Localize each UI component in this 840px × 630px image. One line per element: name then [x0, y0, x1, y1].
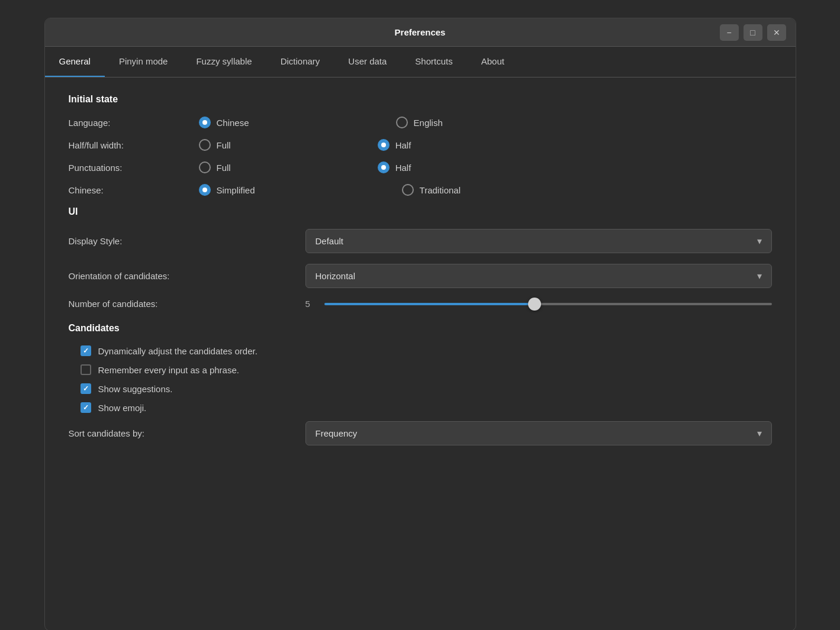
- num-candidates-slider-container: 5: [305, 299, 772, 309]
- halffull-options: Full Half: [199, 139, 772, 151]
- punctuations-options: Full Half: [199, 161, 772, 173]
- num-candidates-label: Number of candidates:: [69, 299, 305, 309]
- sort-by-dropdown[interactable]: Frequency ▾: [305, 421, 772, 445]
- checkbox-dynamic-order[interactable]: [81, 345, 91, 356]
- language-chinese-label: Chinese: [217, 118, 249, 128]
- punctuations-half-radio[interactable]: [378, 161, 390, 173]
- checkbox-row-3: Show emoji.: [81, 402, 772, 413]
- tab-about[interactable]: About: [467, 47, 519, 77]
- checkbox-row-1: Remember every input as a phrase.: [81, 364, 772, 375]
- maximize-button[interactable]: □: [744, 24, 762, 41]
- chinese-traditional-label: Traditional: [420, 185, 461, 195]
- sort-by-label: Sort candidates by:: [69, 428, 305, 438]
- display-style-row: Display Style: Default ▾: [69, 229, 772, 253]
- sort-by-value: Frequency: [316, 428, 358, 438]
- punctuations-full-label: Full: [217, 163, 231, 173]
- language-english-option[interactable]: English: [396, 117, 443, 128]
- chinese-row: Chinese: Simplified Traditional: [69, 184, 772, 196]
- content-area: Initial state Language: Chinese English: [45, 77, 796, 630]
- language-english-label: English: [414, 118, 443, 128]
- tab-pinyin[interactable]: Pinyin mode: [105, 47, 182, 77]
- orientation-value: Horizontal: [316, 271, 356, 281]
- halffull-label: Half/full width:: [69, 140, 199, 150]
- punctuations-label: Punctuations:: [69, 163, 199, 173]
- tab-userdata[interactable]: User data: [334, 47, 401, 77]
- preferences-window: Preferences − □ ✕ General Pinyin mode Fu…: [44, 18, 796, 630]
- orientation-arrow-icon: ▾: [757, 270, 762, 282]
- num-candidates-row: Number of candidates: 5: [69, 299, 772, 309]
- ui-section-title: UI: [69, 206, 772, 217]
- checkbox-remember-phrase[interactable]: [81, 364, 91, 375]
- chinese-simplified-label: Simplified: [217, 185, 255, 195]
- display-style-value: Default: [316, 236, 344, 246]
- punctuations-half-option[interactable]: Half: [378, 161, 411, 173]
- initial-state-section: Initial state Language: Chinese English: [69, 94, 772, 196]
- halffull-half-option[interactable]: Half: [378, 139, 411, 151]
- sort-by-arrow-icon: ▾: [757, 428, 762, 439]
- ui-section: UI Display Style: Default ▾ Orientation …: [69, 206, 772, 309]
- dropdown-arrow-icon: ▾: [757, 235, 762, 247]
- minimize-button[interactable]: −: [720, 24, 739, 41]
- titlebar-buttons: − □ ✕: [720, 24, 786, 41]
- language-english-radio[interactable]: [396, 117, 408, 128]
- tab-general[interactable]: General: [45, 47, 105, 77]
- tab-bar: General Pinyin mode Fuzzy syllable Dicti…: [45, 47, 796, 77]
- sort-by-row: Sort candidates by: Frequency ▾: [69, 421, 772, 445]
- close-button[interactable]: ✕: [767, 24, 786, 41]
- tab-shortcuts[interactable]: Shortcuts: [401, 47, 466, 77]
- display-style-label: Display Style:: [69, 236, 305, 246]
- chinese-simplified-radio[interactable]: [199, 184, 211, 196]
- checkbox-show-suggestions-label: Show suggestions.: [98, 384, 173, 394]
- orientation-row: Orientation of candidates: Horizontal ▾: [69, 264, 772, 288]
- orientation-label: Orientation of candidates:: [69, 271, 305, 281]
- chinese-simplified-option[interactable]: Simplified: [199, 184, 255, 196]
- chinese-options: Simplified Traditional: [199, 184, 772, 196]
- orientation-dropdown[interactable]: Horizontal ▾: [305, 264, 772, 288]
- checkbox-show-suggestions[interactable]: [81, 383, 91, 394]
- chinese-traditional-option[interactable]: Traditional: [402, 184, 461, 196]
- language-chinese-option[interactable]: Chinese: [199, 117, 249, 128]
- checkbox-row-2: Show suggestions.: [81, 383, 772, 394]
- tab-fuzzy[interactable]: Fuzzy syllable: [182, 47, 266, 77]
- titlebar: Preferences − □ ✕: [45, 18, 796, 47]
- language-row: Language: Chinese English: [69, 117, 772, 128]
- checkbox-row-0: Dynamically adjust the candidates order.: [81, 345, 772, 356]
- halffull-full-option[interactable]: Full: [199, 139, 231, 151]
- punctuations-row: Punctuations: Full Half: [69, 161, 772, 173]
- candidates-slider-thumb[interactable]: [528, 298, 541, 311]
- candidates-section: Candidates Dynamically adjust the candid…: [69, 323, 772, 445]
- halffull-full-radio[interactable]: [199, 139, 211, 151]
- halffull-half-radio[interactable]: [378, 139, 390, 151]
- halffull-half-label: Half: [395, 140, 411, 150]
- checkbox-dynamic-order-label: Dynamically adjust the candidates order.: [98, 346, 258, 356]
- punctuations-full-option[interactable]: Full: [199, 161, 231, 173]
- tab-dictionary[interactable]: Dictionary: [266, 47, 334, 77]
- initial-state-title: Initial state: [69, 94, 772, 105]
- halffull-row: Half/full width: Full Half: [69, 139, 772, 151]
- halffull-full-label: Full: [217, 140, 231, 150]
- candidates-slider-track[interactable]: [324, 303, 772, 305]
- num-candidates-value: 5: [305, 299, 315, 309]
- language-options: Chinese English: [199, 117, 772, 128]
- window-title: Preferences: [395, 27, 446, 37]
- display-style-dropdown[interactable]: Default ▾: [305, 229, 772, 253]
- checkbox-show-emoji[interactable]: [81, 402, 91, 413]
- chinese-traditional-radio[interactable]: [402, 184, 414, 196]
- language-chinese-radio[interactable]: [199, 117, 211, 128]
- language-label: Language:: [69, 118, 199, 128]
- candidates-title: Candidates: [69, 323, 772, 334]
- punctuations-half-label: Half: [395, 163, 411, 173]
- checkbox-remember-phrase-label: Remember every input as a phrase.: [98, 365, 239, 375]
- chinese-label: Chinese:: [69, 185, 199, 195]
- punctuations-full-radio[interactable]: [199, 161, 211, 173]
- checkbox-show-emoji-label: Show emoji.: [98, 403, 147, 413]
